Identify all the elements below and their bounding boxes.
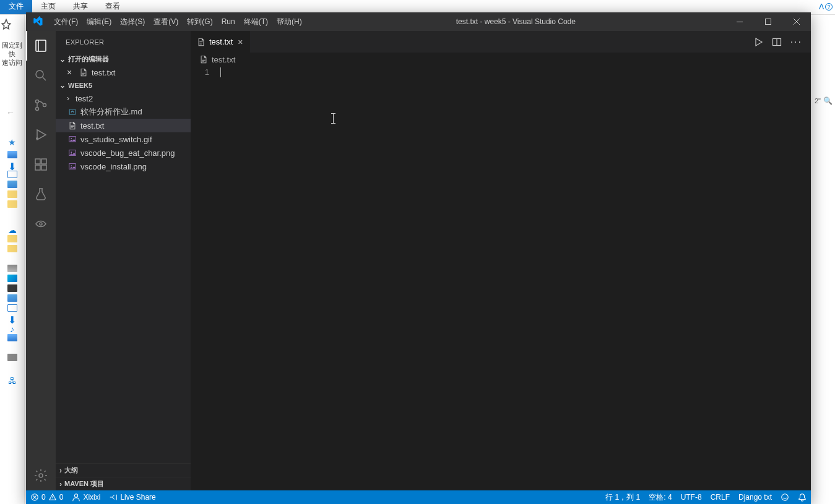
open-editor-item[interactable]: × test.txt — [56, 66, 191, 79]
tree-file-md[interactable]: 软件分析作业.md — [56, 105, 191, 119]
activity-settings[interactable] — [26, 461, 56, 490]
quick-access-star-icon[interactable]: ★ — [0, 137, 24, 147]
thispc-icon[interactable] — [7, 265, 17, 272]
svg-rect-10 — [41, 159, 46, 164]
status-notifications[interactable] — [794, 493, 811, 502]
vscode-logo-icon — [32, 16, 43, 27]
desktop-icon[interactable] — [7, 151, 17, 158]
folder-icon-1[interactable] — [7, 190, 17, 198]
text-file-icon — [78, 68, 89, 77]
status-user[interactable]: Xixixi — [67, 493, 105, 502]
titlebar: 文件(F) 编辑(E) 选择(S) 查看(V) 转到(G) Run 终端(T) … — [26, 12, 811, 31]
svg-rect-9 — [41, 165, 46, 170]
svg-point-16 — [71, 152, 72, 153]
chevron-down-icon: ⌄ — [59, 55, 66, 64]
videos-icon[interactable] — [7, 284, 17, 292]
close-editor-icon[interactable]: × — [67, 67, 76, 77]
folder-icon-2[interactable] — [7, 200, 17, 208]
chevron-right-icon: › — [59, 480, 62, 489]
activity-liveshare[interactable] — [26, 209, 56, 239]
breadcrumb[interactable]: test.txt — [191, 53, 811, 66]
3d-objects-icon[interactable] — [7, 275, 17, 282]
more-actions-icon[interactable]: ··· — [790, 36, 802, 48]
menu-help[interactable]: 帮助(H) — [272, 17, 306, 27]
window-title: test.txt - week5 - Visual Studio Code — [306, 17, 725, 26]
editor-area: test.txt × ··· test.txt 1 — [191, 31, 811, 490]
ribbon-collapse-controls[interactable]: ᐱ? — [819, 2, 833, 11]
quick-access-label: 固定到快速访问 — [0, 41, 24, 67]
svg-point-11 — [40, 223, 42, 225]
desktop-folder-icon[interactable] — [7, 334, 17, 341]
downloads-icon[interactable]: ⬇ — [7, 161, 17, 168]
pin-icon — [0, 19, 12, 31]
text-file-icon — [67, 121, 78, 130]
window-close-button[interactable] — [782, 12, 811, 31]
image-file-icon — [67, 162, 78, 171]
activity-explorer[interactable] — [26, 31, 56, 61]
svg-point-2 — [36, 70, 43, 78]
status-eol[interactable]: CRLF — [706, 493, 734, 502]
status-position[interactable]: 行 1，列 1 — [601, 492, 644, 503]
section-open-editors[interactable]: ⌄ 打开的编辑器 — [56, 53, 191, 66]
svg-point-14 — [71, 138, 72, 139]
tree-file-gif[interactable]: vs_studio_switch.gif — [56, 132, 191, 146]
status-liveshare[interactable]: Live Share — [105, 493, 160, 502]
activitybar — [26, 31, 56, 490]
tab-close-icon[interactable]: × — [236, 37, 244, 47]
status-encoding[interactable]: UTF-8 — [677, 493, 706, 502]
window-maximize-button[interactable] — [754, 12, 782, 31]
menu-terminal[interactable]: 终端(T) — [240, 17, 272, 27]
section-maven[interactable]: › MAVEN 项目 — [56, 477, 191, 490]
pictures-folder-icon[interactable] — [7, 294, 17, 302]
network-icon[interactable]: 🖧 — [7, 376, 17, 383]
svg-rect-7 — [35, 159, 40, 164]
menu-go[interactable]: 转到(G) — [183, 17, 217, 27]
onedrive-icon[interactable]: ☁ — [7, 225, 17, 233]
folder-icon-4[interactable] — [7, 245, 17, 252]
activity-source-control[interactable] — [26, 90, 56, 120]
status-spaces[interactable]: 空格: 4 — [644, 492, 676, 503]
pictures-icon[interactable] — [7, 181, 17, 188]
tree-file-png2[interactable]: vscode_install.png — [56, 160, 191, 173]
svg-point-5 — [43, 104, 46, 107]
statusbar: 0 0 Xixixi Live Share 行 1，列 1 空格: 4 UTF-… — [26, 490, 811, 504]
status-problems[interactable]: 0 0 — [26, 493, 67, 502]
svg-point-4 — [36, 108, 39, 111]
menu-edit[interactable]: 编辑(E) — [82, 17, 116, 27]
tree-file-png1[interactable]: vscode_bug_eat_char.png — [56, 146, 191, 160]
activity-extensions[interactable] — [26, 150, 56, 179]
menu-view[interactable]: 查看(V) — [149, 17, 183, 27]
activity-run-debug[interactable] — [26, 120, 56, 150]
svg-point-18 — [71, 165, 72, 166]
text-file-icon — [199, 55, 208, 64]
menu-selection[interactable]: 选择(S) — [116, 17, 149, 27]
code-editor[interactable]: 1 — [191, 66, 811, 490]
svg-point-6 — [36, 137, 38, 140]
sidebar-title: EXPLORER — [56, 31, 191, 53]
sidebar-explorer: EXPLORER ⌄ 打开的编辑器 × test.txt ⌄ WEEK5 › t… — [56, 31, 191, 490]
tab-label: test.txt — [209, 37, 233, 46]
section-outline[interactable]: › 大纲 — [56, 463, 191, 477]
activity-testing[interactable] — [26, 179, 56, 209]
menu-run[interactable]: Run — [217, 17, 240, 26]
window-minimize-button[interactable] — [725, 12, 754, 31]
back-arrow-icon[interactable]: ← — [0, 104, 24, 121]
editor-tab-test-txt[interactable]: test.txt × — [191, 31, 251, 53]
svg-point-3 — [36, 100, 39, 103]
image-file-icon — [67, 135, 78, 143]
status-language[interactable]: Django txt — [734, 493, 776, 502]
explorer-search-box[interactable]: 2" 🔍 — [815, 96, 833, 105]
status-feedback[interactable] — [776, 493, 794, 502]
tree-folder-test2[interactable]: › test2 — [56, 92, 191, 105]
tree-file-test-txt[interactable]: test.txt — [56, 119, 191, 132]
section-workspace[interactable]: ⌄ WEEK5 — [56, 79, 191, 92]
chevron-right-icon: › — [59, 466, 62, 475]
activity-search[interactable] — [26, 61, 56, 90]
menu-file[interactable]: 文件(F) — [50, 17, 82, 27]
drive-icon[interactable] — [7, 354, 17, 361]
downloads-folder-icon[interactable]: ⬇ — [7, 314, 17, 322]
split-editor-icon[interactable] — [772, 37, 782, 47]
documents-folder-icon[interactable] — [7, 304, 17, 312]
run-file-icon[interactable] — [753, 37, 763, 47]
folder-icon-3[interactable] — [7, 235, 17, 242]
